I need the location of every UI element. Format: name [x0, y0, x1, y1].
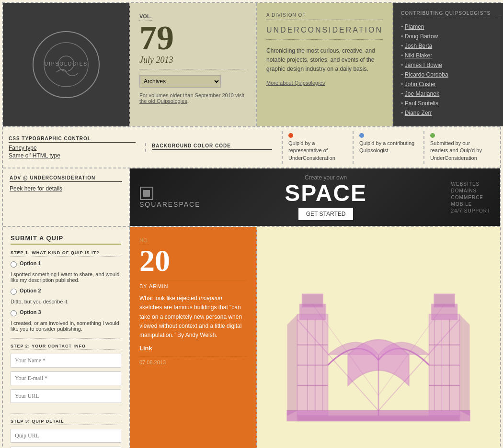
contributor-link[interactable]: Ricardo Cordoba	[405, 71, 448, 78]
contributor-link[interactable]: John Custer	[405, 81, 436, 88]
svg-rect-13	[297, 416, 460, 421]
more-about-link[interactable]: More about Quipsologies	[266, 80, 325, 86]
list-item: Josh Berta	[401, 42, 501, 50]
squarespace-icon	[139, 186, 154, 201]
legend-text-quips: Quip'd by a contributing Quipsologist	[359, 140, 418, 155]
step1-label: STEP 1: WHAT KIND OF QUIP IS IT?	[11, 250, 121, 257]
ss-main: Create your own SPACE GET STARTED	[210, 174, 442, 220]
ad-squarespace: SQUARESPACE Create your own SPACE GET ST…	[130, 168, 500, 226]
option2-row: Option 2	[11, 288, 121, 295]
submit-title: SUBMIT A QUIP	[11, 235, 121, 245]
svg-marker-32	[459, 314, 469, 416]
adv-link[interactable]: Peek here for details	[10, 185, 62, 192]
list-item: John Custer	[401, 80, 501, 88]
list-item: Diane Zerr	[401, 109, 501, 117]
legend-dot-uc	[288, 133, 293, 138]
article-link[interactable]: Link	[139, 345, 152, 352]
article-date: 07.08.2013	[139, 356, 246, 365]
ss-feature-domains: DOMAINS	[451, 188, 491, 193]
bgcolor-title: BACKGROUND COLOR CODE	[152, 143, 272, 150]
vol-date: July 2013	[139, 55, 246, 69]
legend-items: Quip'd by a representative of UnderConsi…	[282, 131, 494, 164]
legend-dot-readers	[430, 133, 435, 138]
css-title: CSS TYPOGRAPHIC CONTROL	[9, 136, 136, 143]
contributor-link[interactable]: Diane Zerr	[405, 110, 432, 116]
legend-text-readers: Submitted by our readers and Quip'd by U…	[430, 140, 489, 162]
contributor-link[interactable]: Plamen	[405, 23, 424, 30]
ss-features: WEBSITES DOMAINS COMMERCE MOBILE 24/7 SU…	[451, 181, 491, 213]
legend-item-readers: Submitted by our readers and Quip'd by U…	[424, 131, 494, 164]
ss-feature-mobile: MOBILE	[451, 202, 491, 207]
url-field[interactable]	[11, 389, 121, 403]
option1-label: Option 1	[20, 260, 41, 266]
ss-logo-text: SQUARESPACE	[139, 201, 201, 208]
step3-label: STEP 3: QUIP DETAIL	[11, 419, 121, 425]
list-item: Ricardo Cordoba	[401, 71, 501, 78]
bgcolor-section: BACKGROUND COLOR CODE	[145, 143, 272, 152]
building-illustration	[257, 227, 500, 448]
list-item: Paul Soutelis	[401, 100, 501, 107]
division-cell: A DIVISION OF UNDERCONSIDERATION Chronic…	[257, 3, 393, 126]
list-item: Plamen	[401, 23, 501, 31]
list-item: Joe Marianek	[401, 90, 501, 98]
article-number: 20	[139, 246, 246, 280]
contributor-link[interactable]: Doug Bartow	[405, 33, 438, 40]
ss-get-started-button[interactable]: GET STARTED	[298, 208, 354, 220]
option1-row: Option 1	[11, 260, 121, 268]
option2-desc: Ditto, but you describe it.	[11, 299, 121, 304]
contributor-link[interactable]: James I Bowie	[405, 62, 442, 68]
option2-label: Option 2	[20, 288, 41, 293]
list-item: Niki Blaker	[401, 52, 501, 59]
contributor-link[interactable]: Joe Marianek	[405, 90, 439, 97]
contributor-link[interactable]: Josh Berta	[405, 43, 432, 49]
ss-logo-area: SQUARESPACE	[139, 186, 201, 208]
vol-note: For volumes older than September 2010 vi…	[139, 92, 246, 104]
legend-item-quips: Quip'd by a contributing Quipsologist	[354, 131, 424, 164]
outer-border: UIPSOLOGIES VOL. 79 July 2013 Archives V…	[2, 2, 501, 448]
control-row: CSS TYPOGRAPHIC CONTROL Fancy type Same …	[3, 127, 500, 168]
contributors-list: Plamen Doug Bartow Josh Berta Niki Blake…	[401, 23, 501, 117]
svg-rect-8	[302, 294, 322, 307]
division-label: A DIVISION OF	[266, 12, 383, 20]
top-row: UIPSOLOGIES VOL. 79 July 2013 Archives V…	[3, 3, 500, 127]
adv-title: ADV @ UNDERCONSIDERATION	[10, 175, 122, 182]
legend-item-uc: Quip'd by a representative of UnderConsi…	[283, 131, 354, 164]
archives-select[interactable]: Archives Vol 78 Vol 77 Vol 76	[139, 75, 221, 88]
article-byline: BY ARMIN	[139, 283, 246, 289]
list-item: James I Bowie	[401, 61, 501, 69]
contributor-link[interactable]: Niki Blaker	[405, 52, 432, 59]
name-field[interactable]	[11, 354, 121, 368]
division-desc: Chronicling the most curious, creative, …	[266, 46, 383, 74]
vol-cell: VOL. 79 July 2013 Archives Vol 78 Vol 77…	[130, 3, 257, 126]
logo-cell: UIPSOLOGIES	[3, 3, 130, 126]
quip-detail-section: STEP 3: QUIP DETAIL	[11, 414, 121, 448]
vol-number: 79	[139, 21, 246, 55]
article-body: What look like rejected Inception sketch…	[139, 294, 246, 340]
option3-radio[interactable]	[11, 310, 17, 316]
option2-container: Option 2 Ditto, but you describe it.	[11, 288, 121, 304]
option1-desc: I spotted something I want to share, and…	[11, 271, 121, 283]
html-type-link[interactable]: Same ol' HTML type	[9, 152, 136, 159]
ad-banner-cell: SQUARESPACE Create your own SPACE GET ST…	[130, 168, 500, 226]
option3-container: Option 3 I created, or am involved in, s…	[11, 309, 121, 332]
ss-feature-websites: WEBSITES	[451, 181, 491, 187]
svg-text:UIPSOLOGIES: UIPSOLOGIES	[44, 61, 87, 67]
quip-url-field[interactable]	[11, 429, 121, 443]
sidebar: SUBMIT A QUIP STEP 1: WHAT KIND OF QUIP …	[3, 227, 130, 448]
email-field[interactable]	[11, 371, 121, 385]
ss-create-text: Create your own	[210, 174, 442, 181]
contributor-link[interactable]: Paul Soutelis	[405, 100, 438, 107]
option2-radio[interactable]	[11, 289, 17, 295]
contact-section: STEP 2: YOUR CONTACT INFO	[11, 338, 121, 407]
option3-desc: I created, or am involved in, something …	[11, 320, 121, 332]
option1-radio[interactable]	[11, 261, 17, 268]
article-cell: NO. 20 BY ARMIN What look like rejected …	[130, 227, 257, 448]
old-quipsologies-link[interactable]: the old Quipsologies	[139, 98, 187, 104]
adv-row: ADV @ UNDERCONSIDERATION Peek here for d…	[3, 168, 500, 227]
legend-text-uc: Quip'd by a representative of UnderConsi…	[288, 140, 347, 162]
fancy-type-link[interactable]: Fancy type	[9, 145, 136, 151]
logo: UIPSOLOGIES	[33, 31, 100, 98]
ad-banner: SQUARESPACE Create your own SPACE GET ST…	[130, 168, 500, 226]
contributors-cell: CONTRIBUTING QUIPSOLOGISTS Plamen Doug B…	[393, 3, 503, 126]
list-item: Doug Bartow	[401, 33, 501, 40]
